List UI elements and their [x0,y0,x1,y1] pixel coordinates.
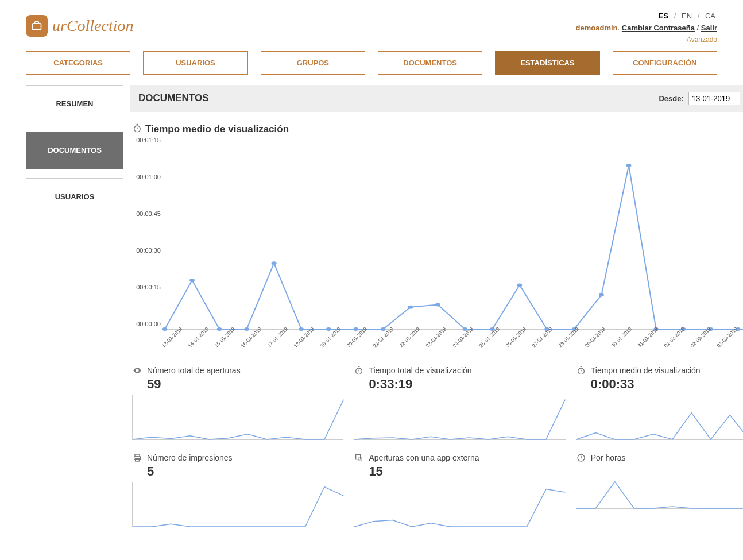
svg-point-2 [162,327,168,331]
panel-title: DOCUMENTOS [138,92,654,104]
card-value: 15 [369,464,565,479]
filter-bar: DOCUMENTOS Desde: Hasta: HoraDíaSemanaMe… [130,85,743,112]
external-icon [354,453,364,463]
card-title: Por horas [591,453,626,462]
stat-card-2[interactable]: Tiempo medio de visualización0:00:33 [574,362,743,443]
sidebar: RESUMENDOCUMENTOSUSUARIOS [26,85,123,530]
svg-point-12 [435,303,440,306]
sparkline [354,395,565,440]
ytick: 00:00:30 [129,247,161,254]
svg-point-35 [578,368,584,374]
chart-area: 00:00:0000:00:1500:00:3000:00:4500:01:00… [130,140,743,347]
ytick: 00:00:00 [129,320,161,327]
stat-card-0[interactable]: Número total de aperturas59 [130,362,345,443]
sidebar-item-resumen[interactable]: RESUMEN [26,85,123,122]
svg-point-11 [408,306,413,309]
tab-documentos[interactable]: DOCUMENTOS [378,51,482,75]
ytick: 00:01:15 [129,137,161,144]
eye-icon [132,365,142,376]
svg-point-1 [134,126,141,132]
sidebar-item-usuarios[interactable]: USUARIOS [26,178,123,215]
chart-title: Tiempo medio de visualización [133,123,743,136]
stat-card-5[interactable]: Aperturas con una app externa15 [352,450,567,530]
stat-cards: Número total de aperturas59Tiempo total … [130,362,743,530]
card-value: 5 [147,464,343,479]
brand-name: urCollection [52,17,134,35]
logo[interactable]: urCollection [26,15,134,37]
svg-point-5 [244,327,249,331]
svg-point-10 [381,327,386,331]
stat-card-1[interactable]: Tiempo total de visualización0:33:19 [352,362,567,443]
from-label: Desde: [659,94,683,103]
lang-es[interactable]: ES [659,11,668,20]
xtick: 03-02-2019 [716,326,743,361]
advanced-link[interactable]: Avanzado [576,34,717,45]
tab-configuración[interactable]: CONFIGURACIÓN [613,51,717,75]
card-title: Aperturas con una app externa [369,453,479,462]
stat-card-4[interactable]: Número de impresiones5 [130,450,345,530]
main-nav: CATEGORIASUSUARIOSGRUPOSDOCUMENTOSESTADÍ… [11,51,732,75]
change-password-link[interactable]: Cambiar Contraseña [622,24,695,32]
lang-ca[interactable]: CA [705,11,715,20]
sidebar-item-documentos[interactable]: DOCUMENTOS [26,132,123,169]
sparkline [576,395,743,440]
svg-point-6 [272,261,277,265]
svg-point-8 [326,327,331,331]
from-input[interactable] [688,92,740,105]
card-title: Número total de aperturas [147,366,241,375]
tab-categorias[interactable]: CATEGORIAS [26,51,130,75]
username: demoadmin [576,24,618,32]
ytick: 00:00:45 [129,210,161,217]
card-value: 0:00:33 [591,377,743,392]
svg-point-19 [626,164,632,167]
svg-point-4 [217,327,222,331]
print-icon [132,453,142,463]
svg-point-9 [353,327,358,331]
card-value: 59 [147,377,343,392]
logout-link[interactable]: Salir [701,24,717,32]
ytick: 00:01:00 [129,173,161,180]
svg-point-18 [599,293,604,296]
tab-grupos[interactable]: GRUPOS [261,51,365,75]
x-axis: 13-01-201914-01-201915-01-201916-01-2019… [165,332,743,355]
card-title: Tiempo total de visualización [369,366,471,375]
tab-estadísticas[interactable]: ESTADÍSTICAS [495,51,599,75]
svg-point-34 [356,368,362,374]
svg-point-7 [299,327,304,331]
sparkline [576,464,743,509]
sparkline [354,482,565,527]
sparkline [132,482,343,527]
tab-usuarios[interactable]: USUARIOS [143,51,247,75]
lang-switch: ES / EN / CA [576,10,717,22]
svg-rect-0 [33,24,41,30]
ytick: 00:00:15 [129,284,161,291]
card-title: Número de impresiones [147,453,233,462]
y-axis: 00:00:0000:00:1500:00:3000:00:4500:01:00… [130,140,162,324]
card-value: 0:33:19 [369,377,565,392]
stat-card-6[interactable]: Por horas [574,450,743,530]
svg-point-3 [189,279,195,282]
lang-en[interactable]: EN [682,11,692,20]
stopwatch-icon [133,123,142,136]
stopwatch-icon [354,365,364,376]
card-title: Tiempo medio de visualización [591,366,701,375]
clock-icon [576,453,586,463]
briefcase-icon [26,15,48,37]
stopwatch-icon [576,365,586,376]
chart-plot [165,146,743,330]
sparkline [132,395,343,440]
svg-point-15 [517,283,522,287]
header-right: ES / EN / CA demoadmin. Cambiar Contrase… [576,10,717,45]
